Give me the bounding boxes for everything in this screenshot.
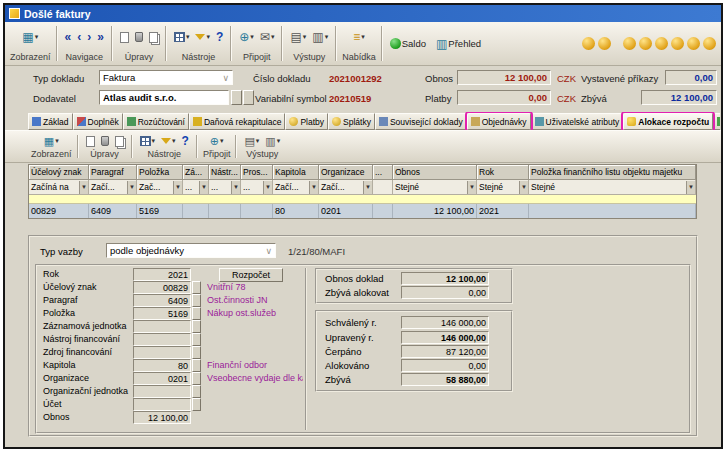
tab-predpis-platby[interactable]: Předpis platby: [713, 113, 720, 130]
help-button[interactable]: ?: [180, 133, 191, 149]
filter-cell[interactable]: Začí...▼: [319, 180, 373, 195]
lookup-button[interactable]: [192, 333, 201, 346]
tab-uzivatelske-atributy[interactable]: Uživatelské atributy: [531, 113, 624, 130]
column-header[interactable]: Zá...: [183, 165, 209, 180]
export-button[interactable]: ▥▾: [310, 29, 330, 45]
new-document-button[interactable]: [118, 31, 131, 44]
column-header[interactable]: Účelový znak: [29, 165, 89, 180]
field-value[interactable]: 00829: [133, 281, 191, 294]
column-header[interactable]: Obnos: [393, 165, 477, 180]
filter-cell[interactable]: Začíná na▼: [29, 180, 89, 195]
filter-cell[interactable]: Stejné▼: [393, 180, 477, 195]
previous-record-button[interactable]: ‹: [75, 30, 83, 44]
typ-dokladu-select[interactable]: Faktura ∨: [99, 70, 233, 85]
tab-zaklad[interactable]: Základ: [28, 113, 73, 130]
field-value[interactable]: [133, 320, 191, 333]
chevron-down-icon[interactable]: ▼: [127, 181, 136, 194]
column-header[interactable]: Organizace: [319, 165, 373, 180]
chevron-down-icon[interactable]: ▼: [519, 181, 528, 194]
tab-platby[interactable]: Platby: [285, 113, 328, 130]
chevron-down-icon[interactable]: ▼: [173, 181, 182, 194]
column-header[interactable]: Nástr...: [209, 165, 241, 180]
saldo-button[interactable]: Saldo: [388, 37, 428, 50]
chevron-down-icon[interactable]: ▼: [231, 181, 240, 194]
chevron-down-icon[interactable]: ▼: [686, 181, 695, 194]
lookup-button[interactable]: [192, 398, 201, 411]
filter-cell[interactable]: ...▼: [209, 180, 241, 195]
column-header[interactable]: Paragraf: [89, 165, 137, 180]
filter-button[interactable]: ▾: [159, 136, 178, 146]
lookup-button[interactable]: [192, 385, 201, 398]
lookup-button[interactable]: [192, 372, 201, 385]
delete-button[interactable]: [133, 31, 145, 43]
lookup-button[interactable]: [192, 320, 201, 333]
table-row[interactable]: 00829 6409 5169 80 0201 12 100,00 2021: [29, 204, 696, 218]
column-header[interactable]: Položka: [137, 165, 183, 180]
field-value[interactable]: 5169: [133, 307, 191, 320]
grid-new-row[interactable]: [29, 195, 696, 204]
copy-row-button[interactable]: [113, 135, 126, 148]
field-value[interactable]: [133, 333, 191, 346]
tab-souvisejici-doklady[interactable]: Související doklady: [375, 113, 467, 130]
filter-button[interactable]: ▾: [193, 32, 212, 42]
export-button[interactable]: ▥▾: [263, 133, 282, 149]
supplier-lookup-button[interactable]: [243, 90, 254, 105]
module-icon[interactable]: [655, 37, 668, 50]
lookup-button[interactable]: [192, 307, 201, 320]
column-header[interactable]: Rok: [477, 165, 529, 180]
rozpocet-button[interactable]: Rozpočet: [219, 268, 283, 282]
tab-objednavky[interactable]: Objednávky: [467, 113, 531, 130]
filter-cell[interactable]: Zač...▼: [137, 180, 183, 195]
filter-cell[interactable]: ...▼: [183, 180, 209, 195]
chevron-down-icon[interactable]: ▼: [199, 181, 208, 194]
tab-danova-rekapitulace[interactable]: Daňová rekapitulace: [189, 113, 286, 130]
filter-cell[interactable]: Začí...▼: [273, 180, 319, 195]
chevron-down-icon[interactable]: ∨: [265, 246, 272, 256]
column-header[interactable]: ...: [373, 165, 393, 180]
column-header[interactable]: Kapitola: [273, 165, 319, 180]
module-icon[interactable]: [582, 37, 595, 50]
filter-cell[interactable]: [373, 180, 393, 195]
filter-cell[interactable]: Stejné▼: [477, 180, 529, 195]
chevron-down-icon[interactable]: ∨: [222, 73, 229, 83]
lookup-button[interactable]: [192, 346, 201, 359]
chevron-down-icon[interactable]: ▼: [263, 181, 272, 194]
grid-settings-button[interactable]: ▾: [138, 135, 158, 147]
field-value[interactable]: [133, 385, 191, 398]
attach-button[interactable]: ⊕▾: [208, 133, 226, 149]
module-icon[interactable]: [639, 37, 652, 50]
attach-button[interactable]: ⊕▾: [237, 29, 256, 45]
view-mode-button[interactable]: ▦▾: [42, 133, 61, 149]
next-record-button[interactable]: ›: [85, 30, 93, 44]
chevron-down-icon[interactable]: ▼: [363, 181, 372, 194]
lookup-button[interactable]: [192, 281, 201, 294]
field-value[interactable]: 80: [133, 359, 191, 372]
menu-button[interactable]: ≡▾: [351, 29, 367, 45]
column-header[interactable]: Pros...: [241, 165, 273, 180]
chevron-down-icon[interactable]: ▼: [79, 181, 88, 194]
field-value[interactable]: 2021: [133, 268, 191, 281]
field-value[interactable]: 6409: [133, 294, 191, 307]
view-mode-button[interactable]: ▦▾: [20, 29, 40, 45]
field-value[interactable]: [133, 346, 191, 359]
new-row-button[interactable]: [84, 135, 97, 148]
module-icon[interactable]: [598, 37, 611, 50]
grid-settings-button[interactable]: ▾: [172, 31, 192, 43]
filter-cell[interactable]: Stejné▼: [529, 180, 696, 195]
delete-row-button[interactable]: [99, 135, 111, 147]
tab-rozuctovani[interactable]: Rozúčtování: [123, 113, 189, 130]
last-record-button[interactable]: »: [95, 30, 106, 44]
supplier-nav-button[interactable]: [231, 90, 242, 105]
module-icon[interactable]: [623, 37, 636, 50]
field-value[interactable]: 0201: [133, 372, 191, 385]
print-button[interactable]: ▤▾: [288, 29, 308, 45]
prehled-button[interactable]: ▥Přehled: [434, 36, 483, 52]
copy-button[interactable]: [147, 31, 160, 44]
help-button[interactable]: ?: [214, 29, 225, 45]
filter-cell[interactable]: ...▼: [241, 180, 273, 195]
field-value[interactable]: [133, 398, 191, 411]
tab-splatky[interactable]: Splátky: [328, 113, 375, 130]
send-button[interactable]: ✉▾: [258, 29, 277, 45]
filter-cell[interactable]: Začí...▼: [89, 180, 137, 195]
tab-alokace-rozpoctu[interactable]: Alokace rozpočtu: [623, 113, 713, 130]
